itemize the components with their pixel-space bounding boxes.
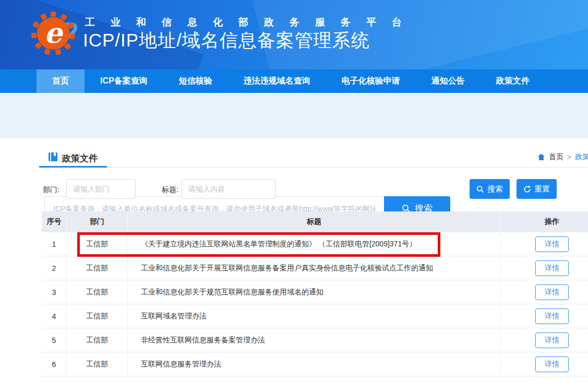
filter-reset-label: 重置 [534, 184, 550, 194]
dept-filter-label: 部门: [43, 185, 59, 195]
row-title: 互联网域名管理办法 [128, 304, 501, 328]
breadcrumb-separator: > [567, 153, 571, 161]
table-row: 5 工信部 非经营性互联网信息服务备案管理办法 详情 [42, 328, 588, 352]
table-header-row: 序号 部门 标题 操作 [42, 211, 588, 232]
filter-search-label: 搜索 [487, 184, 503, 194]
policy-book-icon [48, 152, 58, 162]
row-no: 5 [42, 328, 67, 352]
table-row: 1 工信部 《关于建立境内违法互联网站黑名单管理制度的通知》 （工信部联电管[2… [42, 232, 588, 256]
row-dept: 工信部 [67, 352, 128, 376]
detail-button[interactable]: 详情 [535, 357, 569, 372]
svg-text:e: e [44, 16, 64, 50]
filter-search-button[interactable]: 搜索 [470, 179, 510, 199]
row-dept: 工信部 [67, 256, 128, 280]
breadcrumb: 首页 > 政策文件 [537, 152, 588, 162]
nav-tab-notices[interactable]: 通知公告 [416, 69, 481, 93]
home-icon [537, 153, 545, 161]
breadcrumb-home[interactable]: 首页 [549, 152, 563, 162]
row-no: 2 [42, 256, 67, 280]
search-icon [476, 185, 484, 193]
table-row: 6 工信部 互联网信息服务管理办法 详情 [42, 352, 588, 376]
reset-icon [523, 185, 531, 193]
page: e 工业和信息化部政务服务平台 ICP/IP地址/域名信息备案管理系统 首页 I… [0, 0, 588, 392]
col-header-action: 操作 [501, 211, 588, 232]
table-row: 3 工信部 工业和信息化部关于规范互联网信息服务使用域名的通知 详情 [42, 280, 588, 304]
row-title: 《关于建立境内违法互联网站黑名单管理制度的通知》 （工信部联电管[2009]37… [128, 232, 501, 256]
row-no: 1 [42, 232, 67, 256]
title-filter-input[interactable] [182, 179, 275, 199]
row-no: 6 [42, 352, 67, 376]
site-header: e 工业和信息化部政务服务平台 ICP/IP地址/域名信息备案管理系统 [0, 0, 588, 69]
row-dept: 工信部 [67, 232, 128, 256]
detail-button[interactable]: 详情 [535, 260, 569, 276]
miit-logo-icon: e [29, 7, 81, 61]
nav-tab-home[interactable]: 首页 [37, 69, 85, 93]
nav-tab-e-verify-apply[interactable]: 电子化核验申请 [326, 69, 416, 93]
detail-button[interactable]: 详情 [535, 308, 569, 324]
row-no: 3 [42, 280, 67, 304]
row-title: 互联网信息服务管理办法 [128, 352, 501, 376]
page-title: ICP/IP地址/域名信息备案管理系统 [83, 28, 370, 53]
col-header-title: 标题 [128, 211, 501, 232]
row-title: 非经营性互联网信息服务备案管理办法 [128, 328, 501, 352]
header-subtitle: 工业和信息化部政务服务平台 [85, 16, 417, 29]
breadcrumb-current[interactable]: 政策文件 [575, 152, 588, 162]
nav-tab-sms-verify[interactable]: 短信核验 [163, 69, 228, 93]
table-row: 2 工信部 工业和信息化部关于开展互联网信息服务备案用户真实身份信息电子化核验试… [42, 256, 588, 280]
col-header-no: 序号 [42, 211, 67, 232]
nav-tab-icp-query[interactable]: ICP备案查询 [85, 69, 163, 93]
main-nav: 首页 ICP备案查询 短信核验 违法违规域名查询 电子化核验申请 通知公告 政策… [0, 69, 588, 93]
nav-tab-illegal-domain-query[interactable]: 违法违规域名查询 [228, 69, 326, 93]
section-divider [39, 167, 588, 168]
row-dept: 工信部 [67, 304, 128, 328]
policy-table: 序号 部门 标题 操作 1 工信部 《关于建立境内违法互联网站黑名单管理制度的通… [42, 211, 588, 376]
nav-tab-policy-files[interactable]: 政策文件 [481, 69, 545, 93]
row-dept: 工信部 [67, 280, 128, 304]
section-active-bar [39, 166, 107, 168]
detail-button[interactable]: 详情 [535, 236, 569, 252]
row-title: 工业和信息化部关于规范互联网信息服务使用域名的通知 [128, 280, 501, 304]
detail-button[interactable]: 详情 [535, 332, 569, 348]
row-title: 工业和信息化部关于开展互联网信息服务备案用户真实身份信息电子化核验试点工作的通知 [128, 256, 501, 280]
row-no: 4 [42, 304, 67, 328]
icp-search-strip: 搜索 网站 APP 小程序 快应用 [0, 93, 588, 138]
title-filter-label: 标题: [162, 185, 178, 195]
dept-filter-input[interactable] [66, 179, 136, 199]
row-dept: 工信部 [67, 328, 128, 352]
table-row: 4 工信部 互联网域名管理办法 详情 [42, 304, 588, 328]
detail-button[interactable]: 详情 [535, 284, 569, 300]
section-title: 政策文件 [62, 152, 98, 164]
col-header-dept: 部门 [67, 211, 128, 232]
filter-reset-button[interactable]: 重置 [517, 179, 557, 199]
